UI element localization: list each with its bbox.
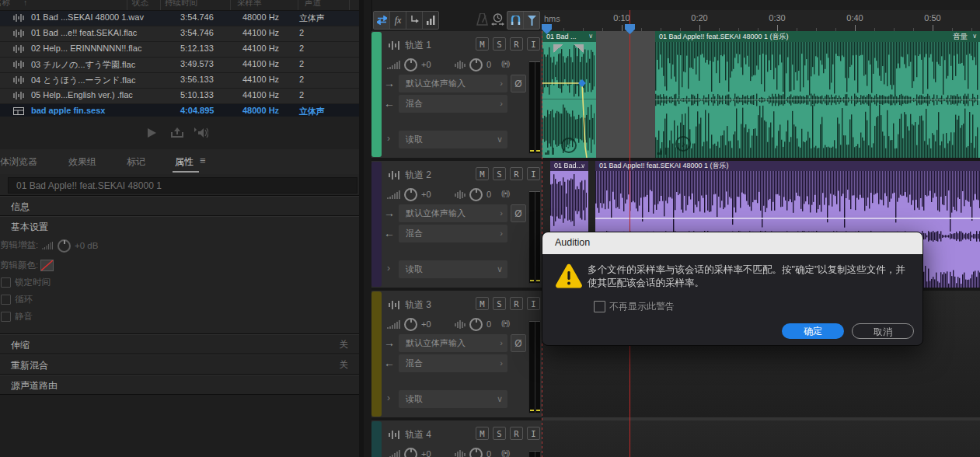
auto-play-speaker-button[interactable] <box>191 124 210 142</box>
input-monitor-button[interactable]: I <box>527 167 540 180</box>
record-arm-button[interactable]: R <box>510 297 523 310</box>
volume-knob[interactable] <box>404 448 417 457</box>
volume-value[interactable]: +0 <box>421 190 431 199</box>
automation-mode-select[interactable]: 读取∨ <box>399 131 507 148</box>
dialog-title-bar[interactable]: Audition <box>542 232 922 254</box>
section-stretch[interactable]: 伸缩 关 <box>0 333 359 354</box>
volume-knob[interactable] <box>404 318 417 331</box>
track-name[interactable]: 轨道 4 <box>405 428 431 441</box>
clip-title-bar[interactable]: 01 Bad Apple!! feat.SEKAI 48000 1 (音乐) 音… <box>655 31 980 42</box>
razor-routing-button[interactable] <box>406 12 423 29</box>
track-color-strip[interactable] <box>371 291 382 417</box>
record-arm-button[interactable]: R <box>510 427 523 440</box>
sync-clock-icon[interactable] <box>491 12 504 26</box>
section-basic-settings[interactable]: 基本设置 <box>0 215 359 236</box>
section-source-channel-routing[interactable]: 源声道路由 <box>0 374 359 395</box>
ok-button[interactable]: 确定 <box>782 323 844 339</box>
mute-button[interactable]: M <box>476 37 489 51</box>
clip-title-bar[interactable]: 01 Bad Apple!! feat.SEKAI 48000 1 (音乐) <box>595 161 980 171</box>
track-name[interactable]: 轨道 1 <box>405 39 431 52</box>
lock-time-checkbox[interactable] <box>1 277 11 288</box>
clip-track1-main[interactable]: 01 Bad Apple!! feat.SEKAI 48000 1 (音乐) 音… <box>655 31 980 158</box>
track-color-strip[interactable] <box>371 421 382 457</box>
volume-knob[interactable] <box>404 188 417 201</box>
track-output-select[interactable]: 混合› <box>399 95 507 113</box>
volume-value[interactable]: +0 <box>421 60 431 69</box>
mute-button[interactable]: M <box>476 167 489 180</box>
ruler-unit-label[interactable]: hms <box>544 14 560 23</box>
pan-knob[interactable] <box>469 318 483 331</box>
tab-effects-rack[interactable]: 效果组 <box>68 155 96 169</box>
record-arm-button[interactable]: R <box>510 37 523 51</box>
pan-value[interactable]: 0 <box>487 449 491 457</box>
file-row[interactable]: 05 Help...English ver.) .flac 5:10.133 4… <box>0 89 359 104</box>
column-name[interactable]: 名称 <box>0 0 10 9</box>
effects-tool-button[interactable]: fx <box>390 12 406 29</box>
track-name[interactable]: 轨道 3 <box>405 298 431 312</box>
fade-in-handle[interactable] <box>553 44 563 53</box>
track-output-select[interactable]: 混合› <box>399 225 507 242</box>
metering-button[interactable] <box>423 12 438 29</box>
solo-button[interactable]: S <box>493 297 506 310</box>
file-row[interactable]: 04 とうほう...ーランド.flac 3:56.133 44100 Hz 2 <box>0 73 359 89</box>
volume-value[interactable]: +0 <box>421 319 431 329</box>
section-remix[interactable]: 重新混合 关 <box>0 354 359 375</box>
input-monitor-button[interactable]: I <box>527 37 540 51</box>
column-channels[interactable]: 声道 <box>305 0 321 9</box>
solo-button[interactable]: S <box>493 167 506 180</box>
file-row[interactable]: 03 チルノの...すう学園.flac 3:49.573 44100 Hz 2 <box>0 58 359 73</box>
snap-magnet-icon[interactable] <box>507 12 524 29</box>
automation-expander[interactable]: › <box>387 392 390 403</box>
clip-waveform-area[interactable]: ♪ <box>542 42 596 158</box>
tab-markers[interactable]: 标记 <box>127 155 145 169</box>
column-sample-rate[interactable]: 采样率 <box>237 0 262 9</box>
clip-track1-small[interactable]: 01 Bad ... ∨ ♪ <box>542 31 596 158</box>
file-row[interactable]: 01 Bad ...e!! feat.SEKAI.flac 3:54.746 4… <box>0 26 359 42</box>
section-info[interactable]: 信息 <box>0 195 359 216</box>
phase-invert-button[interactable]: Ø <box>511 75 526 92</box>
automation-mode-select[interactable]: 读取∨ <box>399 390 507 408</box>
track-output-select[interactable]: 混合› <box>399 354 507 372</box>
track-input-select[interactable]: 默认立体声输入› <box>399 75 507 92</box>
phase-invert-button[interactable]: Ø <box>511 204 526 222</box>
pan-value[interactable]: 0 <box>487 190 491 199</box>
panel-menu-icon[interactable]: ≡ <box>200 155 206 166</box>
tab-media-browser[interactable]: 媒体浏览器 <box>0 155 37 169</box>
loop-playback-button[interactable] <box>168 124 187 142</box>
file-row[interactable]: 02 Help... ERINNNNNN!!.flac 5:12.133 441… <box>0 42 359 58</box>
pan-value[interactable]: 0 <box>487 319 491 329</box>
marker-pin-icon[interactable] <box>524 12 539 29</box>
pan-knob[interactable] <box>469 448 483 457</box>
timeline-ruler[interactable]: hms 0:10 0:20 0:30 0:40 0:50 <box>540 10 980 32</box>
solo-button[interactable]: S <box>493 37 506 51</box>
track-input-select[interactable]: 默认立体声输入› <box>399 334 507 352</box>
clip-envelope-type[interactable]: 音量 <box>953 31 968 42</box>
cancel-button[interactable]: 取消 <box>852 323 914 339</box>
record-arm-button[interactable]: R <box>510 167 523 180</box>
automation-expander[interactable]: › <box>387 133 390 144</box>
pan-value[interactable]: 0 <box>487 60 491 69</box>
loop-checkbox[interactable] <box>1 295 11 305</box>
phase-invert-button[interactable]: Ø <box>511 334 526 352</box>
clip-gain-knob[interactable] <box>58 239 71 253</box>
track-color-strip[interactable] <box>371 162 382 287</box>
clip-title-bar[interactable]: 01 Bad ... ∨ <box>542 31 596 42</box>
clip-name-field[interactable]: 01 Bad Apple!! feat.SEKAI 48000 1 <box>8 177 357 194</box>
clip-waveform-area[interactable]: ♪ <box>655 42 980 158</box>
track-name[interactable]: 轨道 2 <box>405 169 431 182</box>
column-duration[interactable]: 持续时间 <box>165 0 197 9</box>
column-status[interactable]: 状态 <box>132 0 148 9</box>
metronome-icon[interactable] <box>476 13 488 26</box>
solo-button[interactable]: S <box>493 427 506 440</box>
move-tool-button[interactable] <box>374 12 390 29</box>
mute-button[interactable]: M <box>476 297 489 310</box>
mute-button[interactable]: M <box>476 427 489 440</box>
automation-mode-select[interactable]: 读取∨ <box>399 260 507 278</box>
track-color-strip[interactable] <box>371 32 382 157</box>
volume-value[interactable]: +0 <box>421 449 431 457</box>
input-monitor-button[interactable]: I <box>527 297 540 310</box>
volume-knob[interactable] <box>404 58 417 72</box>
play-button[interactable] <box>142 124 161 142</box>
volume-envelope[interactable] <box>595 218 980 219</box>
dont-show-again-checkbox[interactable] <box>594 301 605 312</box>
